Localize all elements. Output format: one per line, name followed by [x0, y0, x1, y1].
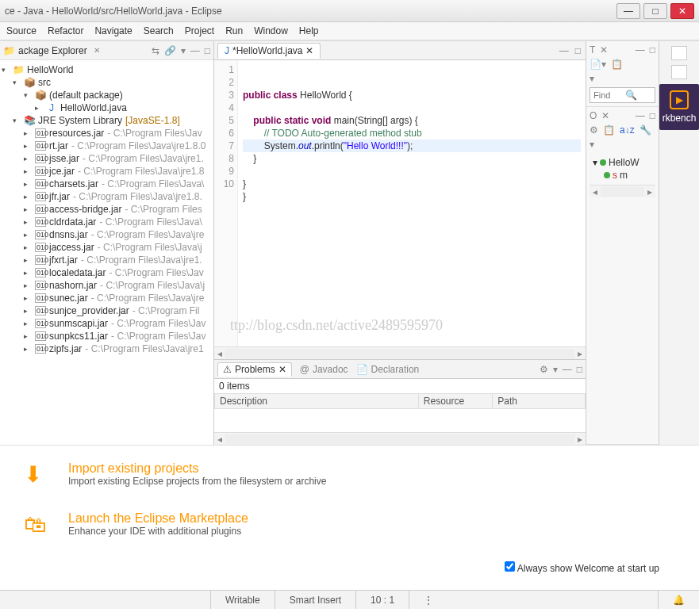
- close-tab-icon[interactable]: ✕: [305, 45, 313, 56]
- min-outline-icon[interactable]: —: [636, 110, 645, 121]
- right-pane: T✕—□ 📄▾📋 ▾ 🔍 O✕—□ ⚙📋a↓z🔧 ▾ ▾HelloW sm ◂▸: [586, 41, 659, 445]
- find-input[interactable]: [593, 90, 625, 100]
- package-explorer-view: 📁ackage Explorer✕ ⇆ 🔗 ▾ — □ ▾📁HelloWorld…: [0, 41, 214, 445]
- open-perspective-icon[interactable]: [671, 65, 687, 79]
- collapse-all-icon[interactable]: ⇆: [152, 45, 159, 56]
- maximize-bottom-icon[interactable]: □: [577, 364, 582, 375]
- menu-run[interactable]: Run: [225, 25, 243, 36]
- problems-hscroll[interactable]: ◂▸: [214, 432, 586, 445]
- marketplace-row[interactable]: 🛍 Launch the Eclipse Marketplace Enhance…: [24, 511, 675, 538]
- categorize-icon[interactable]: 📋: [611, 59, 623, 70]
- welcome-area: ⬇ Import existing projects Import existi…: [0, 445, 699, 590]
- maximize-view-icon[interactable]: □: [205, 45, 210, 56]
- outline-method[interactable]: sm: [593, 169, 652, 182]
- jar-node[interactable]: ▸010jfxrt.jar - C:\Program Files\Java\jr…: [2, 254, 212, 266]
- search-icon[interactable]: 🔍: [625, 90, 637, 101]
- menu-navigate[interactable]: Navigate: [94, 25, 132, 36]
- outline-tree[interactable]: ▾HelloW sm: [590, 153, 655, 185]
- jar-node[interactable]: ▸010sunjce_provider.jar - C:\Program Fil: [2, 304, 212, 317]
- jar-node[interactable]: ▸010dnsns.jar - C:\Program Files\Java\jr…: [2, 228, 212, 241]
- menu-refactor[interactable]: Refactor: [48, 25, 83, 36]
- status-bar: Writable Smart Insert 10 : 1 ⋮ 🔔: [0, 590, 699, 609]
- outline-title: O: [590, 110, 597, 121]
- jar-node[interactable]: ▸010jfr.jar - C:\Program Files\Java\jre1…: [2, 190, 212, 203]
- collapse-outline-icon[interactable]: ▾: [590, 139, 594, 150]
- status-position: 10 : 1: [355, 591, 409, 609]
- col-description[interactable]: Description: [215, 394, 419, 409]
- menu-search[interactable]: Search: [144, 25, 174, 36]
- jar-node[interactable]: ▸010sunpkcs11.jar - C:\Program Files\Jav: [2, 330, 212, 342]
- jar-node[interactable]: ▸010sunmscapi.jar - C:\Program Files\Jav: [2, 317, 212, 330]
- jar-node[interactable]: ▸010cldrdata.jar - C:\Program Files\Java…: [2, 216, 212, 228]
- close-view-icon[interactable]: ✕: [90, 46, 103, 55]
- code-content[interactable]: public class HelloWorld { public static …: [238, 60, 586, 346]
- filters-icon[interactable]: ⚙: [540, 364, 548, 375]
- minimize-button[interactable]: —: [616, 3, 640, 19]
- max-task-icon[interactable]: □: [650, 44, 655, 55]
- editor-tabs: J *HelloWorld.java ✕ — □: [214, 41, 586, 60]
- view-menu-icon[interactable]: ▾: [181, 45, 186, 56]
- menu-source[interactable]: Source: [6, 25, 36, 36]
- editor-hscroll[interactable]: ◂▸: [214, 346, 586, 359]
- new-task-icon[interactable]: 📄▾: [590, 59, 606, 70]
- jar-node[interactable]: ▸010zipfs.jar - C:\Program Files\Java\jr…: [2, 342, 212, 355]
- hide-icon[interactable]: 🔧: [639, 124, 651, 136]
- max-outline-icon[interactable]: □: [650, 110, 655, 121]
- jar-node[interactable]: ▸010resources.jar - C:\Program Files\Jav: [2, 127, 212, 140]
- jre-library-node[interactable]: ▾📚JRE System Library [JavaSE-1.8]: [2, 114, 212, 127]
- editor-tab-helloworld[interactable]: J *HelloWorld.java ✕: [217, 43, 321, 59]
- workbench-shortcut[interactable]: ▶ rkbench: [659, 84, 699, 130]
- package-explorer-icon: 📁: [3, 45, 15, 56]
- link-editor-icon[interactable]: 🔗: [164, 45, 176, 56]
- java-file-node[interactable]: ▸JHelloWorld.java: [2, 101, 212, 114]
- minimize-editor-icon[interactable]: —: [559, 45, 569, 56]
- tab-javadoc[interactable]: @ Javadoc: [300, 364, 348, 375]
- min-task-icon[interactable]: —: [636, 44, 645, 55]
- hide-fields-icon[interactable]: 📋: [603, 124, 615, 136]
- perspective-switcher-icon[interactable]: [671, 46, 687, 60]
- view-menu-bottom-icon[interactable]: ▾: [553, 364, 558, 375]
- jar-node[interactable]: ▸010sunec.jar - C:\Program Files\Java\jr…: [2, 292, 212, 304]
- menu-window[interactable]: Window: [254, 25, 288, 36]
- jar-node[interactable]: ▸010access-bridge.jar - C:\Program Files: [2, 203, 212, 216]
- minimize-bottom-icon[interactable]: —: [563, 364, 572, 375]
- maximize-button[interactable]: □: [643, 3, 667, 19]
- sort-icon[interactable]: ⚙: [590, 124, 598, 136]
- package-explorer-header: 📁ackage Explorer✕ ⇆ 🔗 ▾ — □: [0, 41, 213, 60]
- jar-node[interactable]: ▸010jce.jar - C:\Program Files\Java\jre1…: [2, 165, 212, 178]
- minimize-view-icon[interactable]: —: [190, 45, 200, 56]
- jar-node[interactable]: ▸010jsse.jar - C:\Program Files\Java\jre…: [2, 152, 212, 165]
- workbench-area: 📁ackage Explorer✕ ⇆ 🔗 ▾ — □ ▾📁HelloWorld…: [0, 40, 699, 445]
- jar-node[interactable]: ▸010rt.jar - C:\Program Files\Java\jre1.…: [2, 140, 212, 152]
- code-editor[interactable]: 12345678910 public class HelloWorld { pu…: [214, 60, 586, 346]
- col-path[interactable]: Path: [493, 394, 586, 409]
- marketplace-desc: Enhance your IDE with additional plugins: [68, 526, 248, 537]
- always-show-checkbox[interactable]: Always show Welcome at start up: [505, 563, 659, 574]
- src-node[interactable]: ▾📦src: [2, 76, 212, 89]
- tab-declaration[interactable]: 📄 Declaration: [356, 364, 420, 375]
- maximize-editor-icon[interactable]: □: [575, 45, 581, 56]
- collapse-icon[interactable]: ▾: [590, 73, 594, 84]
- outline-hscroll[interactable]: ◂▸: [590, 185, 655, 197]
- jar-node[interactable]: ▸010nashorn.jar - C:\Program Files\Java\…: [2, 279, 212, 292]
- status-updates-icon[interactable]: 🔔: [658, 591, 699, 609]
- outline-class[interactable]: ▾HelloW: [593, 156, 652, 169]
- find-box[interactable]: 🔍: [590, 87, 655, 103]
- window-title: ce - Java - HelloWorld/src/HelloWorld.ja…: [5, 6, 616, 17]
- default-package-node[interactable]: ▾📦(default package): [2, 89, 212, 101]
- package-tree[interactable]: ▾📁HelloWorld ▾📦src ▾📦(default package) ▸…: [0, 60, 213, 445]
- project-node[interactable]: ▾📁HelloWorld: [2, 63, 212, 76]
- menu-help[interactable]: Help: [299, 25, 319, 36]
- jar-node[interactable]: ▸010localedata.jar - C:\Program Files\Ja…: [2, 266, 212, 279]
- close-button[interactable]: ✕: [670, 3, 694, 19]
- import-projects-row[interactable]: ⬇ Import existing projects Import existi…: [24, 461, 675, 488]
- tab-problems[interactable]: ⚠ Problems ✕: [217, 362, 292, 377]
- col-resource[interactable]: Resource: [418, 394, 492, 409]
- menu-project[interactable]: Project: [185, 25, 214, 36]
- import-icon: ⬇: [24, 461, 52, 488]
- jar-node[interactable]: ▸010jaccess.jar - C:\Program Files\Java\…: [2, 241, 212, 254]
- sort-az-icon[interactable]: a↓z: [620, 124, 635, 136]
- problems-table[interactable]: Description Resource Path: [214, 393, 586, 409]
- jar-node[interactable]: ▸010charsets.jar - C:\Program Files\Java…: [2, 178, 212, 190]
- menu-bar: Source Refactor Navigate Search Project …: [0, 22, 699, 40]
